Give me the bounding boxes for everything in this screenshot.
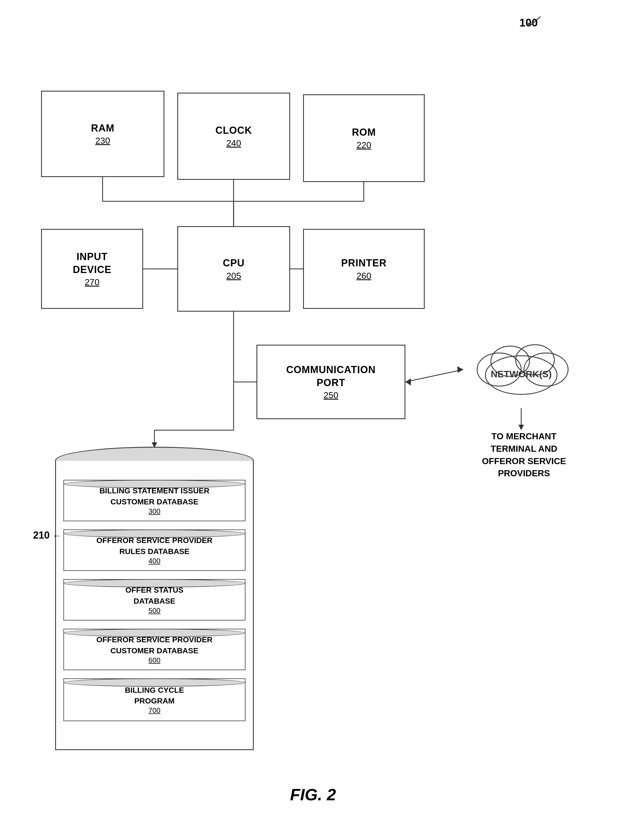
input-device-box: INPUT DEVICE 270	[41, 229, 143, 309]
db-entry-2-ref: 400	[149, 557, 160, 565]
rom-ref: 220	[357, 140, 371, 150]
svg-marker-20	[457, 366, 463, 373]
network-cloud-svg: NETWORK(S)	[463, 331, 579, 408]
db-entry-1: BILLING STATEMENT ISSUERCUSTOMER DATABAS…	[63, 480, 246, 521]
comm-port-label: COMMUNICATION PORT	[286, 363, 376, 389]
svg-marker-1	[527, 22, 532, 26]
fig-label: FIG. 2	[290, 785, 336, 804]
cpu-ref: 205	[226, 271, 241, 281]
ref-arrow	[524, 14, 546, 30]
comm-port-ref: 250	[324, 390, 338, 400]
db-entry-3-label: OFFER STATUSDATABASE	[125, 585, 184, 606]
database-ref-label: 210 ←	[33, 529, 61, 541]
diagram: 100 RAM 230 CLOCK 240 ROM 220 INPUT DEVI…	[0, 0, 626, 840]
db-entry-2-label: OFFEROR SERVICE PROVIDERRULES DATABASE	[96, 535, 212, 557]
db-entry-4-label: OFFEROR SERVICE PROVIDERCUSTOMER DATABAS…	[96, 634, 212, 656]
db-entry-1-ref: 300	[149, 507, 160, 516]
rom-label: ROM	[352, 126, 376, 139]
svg-marker-19	[405, 379, 411, 386]
svg-text:NETWORK(S): NETWORK(S)	[491, 369, 552, 379]
db-entry-2: OFFEROR SERVICE PROVIDERRULES DATABASE 4…	[63, 529, 246, 571]
cpu-label: CPU	[223, 257, 245, 270]
db-entry-4: OFFEROR SERVICE PROVIDERCUSTOMER DATABAS…	[63, 629, 246, 670]
database-cylinder: 210 ← BILLING STATEMENT ISSUERCUSTOMER D…	[55, 447, 254, 750]
clock-label: CLOCK	[215, 124, 252, 137]
ram-ref: 230	[95, 136, 110, 146]
db-entry-3: OFFER STATUSDATABASE 500	[63, 579, 246, 621]
to-merchant-label: TO MERCHANTTERMINAL ANDOFFEROR SERVICEPR…	[466, 430, 582, 480]
input-device-label: INPUT DEVICE	[73, 250, 111, 276]
db-entry-5-label: BILLING CYCLEPROGRAM	[125, 685, 184, 706]
printer-box: PRINTER 260	[303, 229, 425, 309]
rom-box: ROM 220	[303, 94, 425, 182]
db-entry-1-label: BILLING STATEMENT ISSUERCUSTOMER DATABAS…	[100, 485, 210, 507]
ram-box: RAM 230	[41, 91, 164, 177]
cpu-box: CPU 205	[177, 226, 290, 311]
printer-ref: 260	[357, 271, 371, 281]
printer-label: PRINTER	[341, 257, 387, 270]
svg-line-18	[405, 369, 463, 382]
db-entry-5-ref: 700	[149, 706, 160, 715]
clock-box: CLOCK 240	[177, 93, 290, 180]
svg-line-0	[529, 17, 540, 26]
db-entry-4-ref: 600	[149, 656, 160, 665]
input-device-ref: 270	[85, 277, 99, 287]
db-entry-5: BILLING CYCLEPROGRAM 700	[63, 678, 246, 721]
clock-ref: 240	[226, 138, 241, 149]
db-entry-3-ref: 500	[149, 607, 160, 615]
comm-port-box: COMMUNICATION PORT 250	[257, 345, 405, 419]
ram-label: RAM	[91, 122, 114, 135]
svg-marker-22	[518, 425, 524, 430]
